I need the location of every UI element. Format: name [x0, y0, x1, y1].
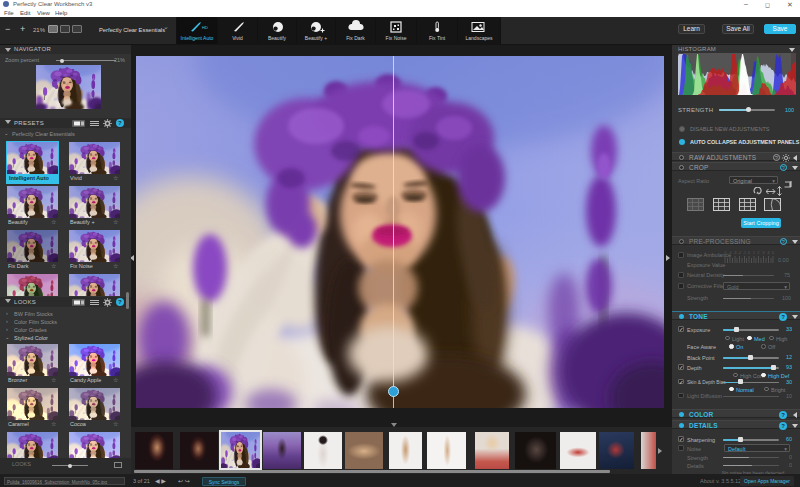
- svg-text:-4: -4: [728, 251, 731, 255]
- svg-text:-5: -5: [723, 251, 726, 255]
- svg-text:2: 2: [758, 251, 760, 255]
- svg-text:3: 3: [763, 251, 765, 255]
- svg-text:-1: -1: [743, 251, 746, 255]
- svg-text:4: 4: [768, 251, 770, 255]
- svg-text:1: 1: [753, 251, 755, 255]
- svg-text:0: 0: [748, 251, 750, 255]
- svg-text:-3: -3: [733, 251, 736, 255]
- svg-text:-2: -2: [738, 251, 741, 255]
- svg-text:HD: HD: [202, 25, 208, 30]
- svg-text:5: 5: [772, 251, 774, 255]
